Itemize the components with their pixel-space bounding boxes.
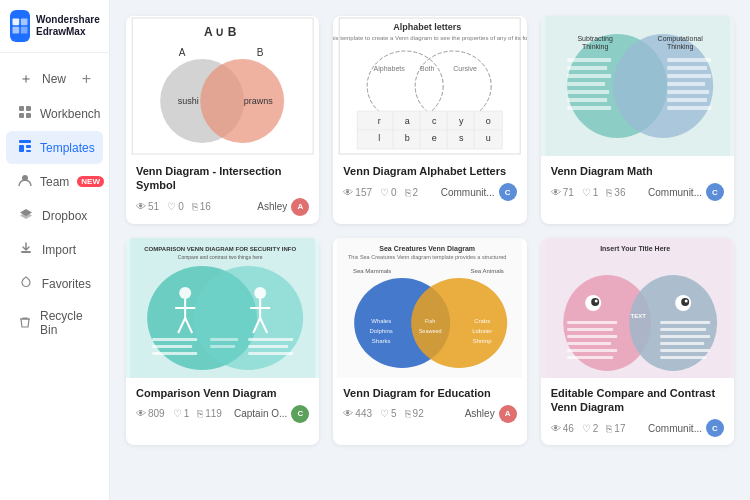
svg-text:Alphabet letters: Alphabet letters — [393, 22, 461, 32]
sidebar-nav: ＋ New + Workbench — [0, 53, 109, 500]
card-education[interactable]: Sea Creatures Venn Diagram This Sea Crea… — [333, 238, 526, 446]
svg-rect-0 — [13, 19, 20, 26]
eye-icon-6: 👁 — [551, 423, 561, 434]
svg-text:s: s — [459, 133, 464, 143]
svg-rect-83 — [152, 345, 192, 348]
likes-3: ♡ 1 — [582, 187, 599, 198]
svg-rect-4 — [19, 106, 24, 111]
svg-text:TEXT: TEXT — [630, 313, 646, 319]
svg-point-114 — [684, 299, 687, 302]
svg-text:e: e — [432, 133, 437, 143]
new-button[interactable]: ＋ New + — [6, 62, 103, 96]
card-comparison[interactable]: COMPARISON VENN DIAGRAM FOR SECURITY INF… — [126, 238, 319, 446]
svg-text:COMPARISON VENN DIAGRAM FOR SE: COMPARISON VENN DIAGRAM FOR SECURITY INF… — [144, 246, 296, 252]
svg-text:a: a — [405, 116, 410, 126]
likes-2: ♡ 0 — [380, 187, 397, 198]
card-meta-1: 👁 51 ♡ 0 ⎘ 16 Ashley A — [136, 198, 309, 216]
svg-rect-1 — [21, 19, 28, 26]
svg-point-77 — [254, 287, 266, 299]
card-compare-contrast[interactable]: Insert Your Title Here — [541, 238, 734, 446]
svg-rect-64 — [667, 90, 709, 94]
heart-icon-1: ♡ — [167, 201, 176, 212]
sidebar-item-favorites[interactable]: Favorites — [6, 267, 103, 300]
card-author-6: Communit... C — [648, 419, 724, 437]
card-thumb-1: A ∪ B A B sushi prawns — [126, 16, 319, 156]
svg-text:Sea Creatures Venn Diagram: Sea Creatures Venn Diagram — [380, 245, 476, 253]
copy-icon-6: ⎘ — [606, 423, 612, 434]
card-alphabet[interactable]: Alphabet letters Use this template to cr… — [333, 16, 526, 224]
card-info-1: Venn Diagram - Intersection Symbol 👁 51 … — [126, 156, 319, 224]
svg-rect-86 — [248, 345, 288, 348]
svg-text:Cursive: Cursive — [454, 65, 478, 72]
eye-icon-1: 👁 — [136, 201, 146, 212]
copy-icon-3: ⎘ — [606, 187, 612, 198]
new-icon: ＋ — [18, 70, 34, 88]
card-thumb-4: COMPARISON VENN DIAGRAM FOR SECURITY INF… — [126, 238, 319, 378]
svg-rect-3 — [21, 27, 28, 34]
svg-rect-85 — [248, 338, 293, 341]
svg-rect-116 — [567, 328, 613, 331]
card-title-4: Comparison Venn Diagram — [136, 386, 309, 400]
sidebar-item-templates[interactable]: Templates — [6, 131, 103, 164]
sidebar-item-import[interactable]: Import — [6, 233, 103, 266]
svg-text:Sea Mammals: Sea Mammals — [353, 268, 391, 274]
sidebar-item-team[interactable]: Team NEW — [6, 165, 103, 198]
views-5: 👁 443 — [343, 408, 372, 419]
svg-rect-115 — [567, 321, 617, 324]
sidebar-item-workbench[interactable]: Workbench — [6, 97, 103, 130]
svg-rect-53 — [567, 58, 611, 62]
views-1: 👁 51 — [136, 201, 159, 212]
svg-rect-88 — [210, 338, 238, 341]
svg-text:Both: Both — [420, 65, 435, 72]
avatar-2: C — [499, 183, 517, 201]
svg-text:Crabs: Crabs — [474, 318, 490, 324]
copies-2: ⎘ 2 — [405, 187, 419, 198]
svg-rect-87 — [248, 352, 293, 355]
svg-point-111 — [594, 299, 597, 302]
card-author-2: Communit... C — [441, 183, 517, 201]
card-title-6: Editable Compare and Contrast Venn Diagr… — [551, 386, 724, 415]
heart-icon-4: ♡ — [173, 408, 182, 419]
card-author-1: Ashley A — [257, 198, 309, 216]
svg-text:l: l — [378, 133, 380, 143]
svg-rect-65 — [667, 98, 707, 102]
svg-rect-57 — [567, 90, 609, 94]
svg-rect-10 — [26, 145, 31, 148]
logo-icon — [10, 10, 30, 42]
card-author-5: Ashley A — [465, 405, 517, 423]
eye-icon-4: 👁 — [136, 408, 146, 419]
card-math[interactable]: Subtracting Thinking Computational Think… — [541, 16, 734, 224]
svg-rect-118 — [567, 342, 611, 345]
svg-rect-121 — [660, 321, 710, 324]
card-author-4: Captain O... C — [234, 405, 309, 423]
svg-rect-62 — [667, 74, 711, 78]
sidebar-item-recycle[interactable]: Recycle Bin — [6, 301, 103, 345]
svg-text:u: u — [486, 133, 491, 143]
svg-text:Sharks: Sharks — [372, 338, 391, 344]
card-title-3: Venn Diagram Math — [551, 164, 724, 178]
svg-rect-60 — [667, 58, 711, 62]
svg-text:Whales: Whales — [371, 318, 391, 324]
sidebar-item-dropbox[interactable]: Dropbox — [6, 199, 103, 232]
svg-rect-61 — [667, 66, 707, 70]
svg-point-72 — [179, 287, 191, 299]
card-meta-3: 👁 71 ♡ 1 ⎘ 36 Communit... C — [551, 183, 724, 201]
svg-text:A: A — [179, 47, 186, 58]
svg-rect-58 — [567, 98, 607, 102]
card-thumb-3: Subtracting Thinking Computational Think… — [541, 16, 734, 156]
svg-rect-125 — [660, 349, 710, 352]
main-content: A ∪ B A B sushi prawns Venn Diagram - In… — [110, 0, 750, 500]
card-intersection[interactable]: A ∪ B A B sushi prawns Venn Diagram - In… — [126, 16, 319, 224]
card-info-6: Editable Compare and Contrast Venn Diagr… — [541, 378, 734, 446]
sidebar: Wondershare EdrawMax ＋ New + Workbench — [0, 0, 110, 500]
copy-icon-5: ⎘ — [405, 408, 411, 419]
svg-text:Alphabets: Alphabets — [374, 65, 406, 73]
app-name: Wondershare EdrawMax — [36, 14, 100, 38]
card-meta-2: 👁 157 ♡ 0 ⎘ 2 Communit... C — [343, 183, 516, 201]
copy-icon-1: ⎘ — [192, 201, 198, 212]
svg-text:Compare and contrast two thing: Compare and contrast two things here — [178, 254, 263, 260]
svg-rect-55 — [567, 74, 611, 78]
new-badge: NEW — [77, 176, 104, 187]
svg-rect-126 — [660, 356, 706, 359]
svg-text:y: y — [459, 116, 464, 126]
